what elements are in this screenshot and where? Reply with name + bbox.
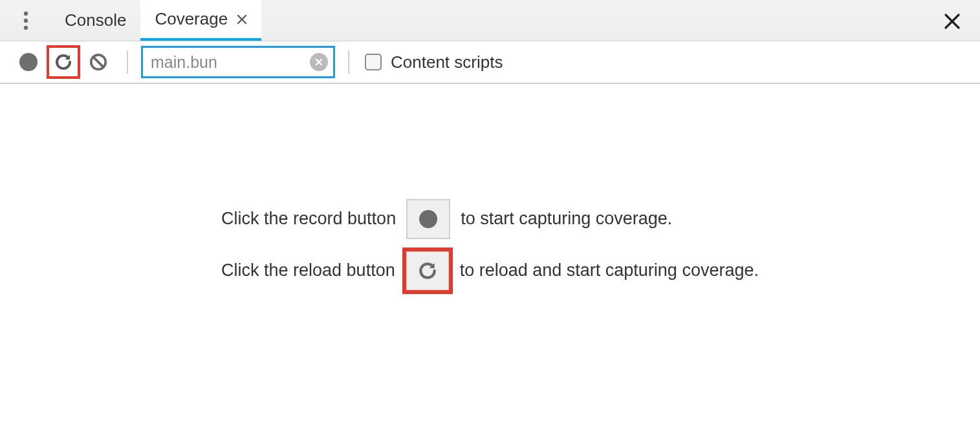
svg-point-0 — [24, 11, 28, 15]
tab-close-button[interactable] — [237, 14, 247, 25]
hint-text: to start capturing coverage. — [461, 207, 672, 231]
hint-text: to reload and start capturing coverage. — [460, 259, 759, 283]
devtools-tab-strip: Console Coverage — [0, 0, 980, 41]
svg-point-2 — [24, 25, 28, 29]
record-icon — [19, 53, 38, 71]
close-icon — [944, 13, 961, 30]
close-icon — [237, 14, 247, 25]
hint-reload-button[interactable] — [406, 251, 450, 291]
svg-point-1 — [24, 18, 28, 22]
ban-icon — [89, 52, 108, 72]
content-scripts-label: Content scripts — [391, 52, 503, 72]
clear-filter-button[interactable] — [310, 53, 328, 71]
content-scripts-checkbox[interactable] — [365, 54, 382, 70]
close-panel-button[interactable] — [940, 9, 964, 34]
coverage-toolbar: Content scripts — [0, 41, 980, 84]
hint-reload-row: Click the reload button to reload and st… — [221, 251, 759, 291]
content-scripts-option: Content scripts — [365, 52, 503, 72]
hint-text: Click the reload button — [221, 259, 395, 283]
close-icon — [314, 58, 323, 67]
svg-line-4 — [93, 57, 103, 67]
kebab-icon — [23, 11, 28, 30]
url-filter-wrap — [141, 46, 335, 78]
reload-button[interactable] — [47, 45, 80, 79]
coverage-hints: Click the record button to start capturi… — [221, 187, 759, 302]
url-filter-input[interactable] — [151, 53, 305, 72]
hint-record-button[interactable] — [406, 199, 450, 239]
hint-text: Click the record button — [221, 207, 396, 231]
record-button[interactable] — [13, 47, 44, 78]
reload-icon — [54, 52, 73, 72]
tab-console[interactable]: Console — [50, 0, 140, 41]
reload-icon — [417, 260, 438, 281]
tab-coverage[interactable]: Coverage — [140, 0, 261, 41]
hint-record-row: Click the record button to start capturi… — [221, 199, 759, 239]
tab-label: Coverage — [155, 9, 228, 29]
clear-button[interactable] — [83, 47, 114, 78]
more-tabs-button[interactable] — [13, 8, 39, 34]
tab-label: Console — [65, 10, 126, 30]
record-icon — [419, 210, 437, 228]
coverage-empty-state: Click the record button to start capturi… — [0, 84, 980, 444]
toolbar-divider — [348, 50, 349, 74]
toolbar-divider — [127, 50, 128, 74]
